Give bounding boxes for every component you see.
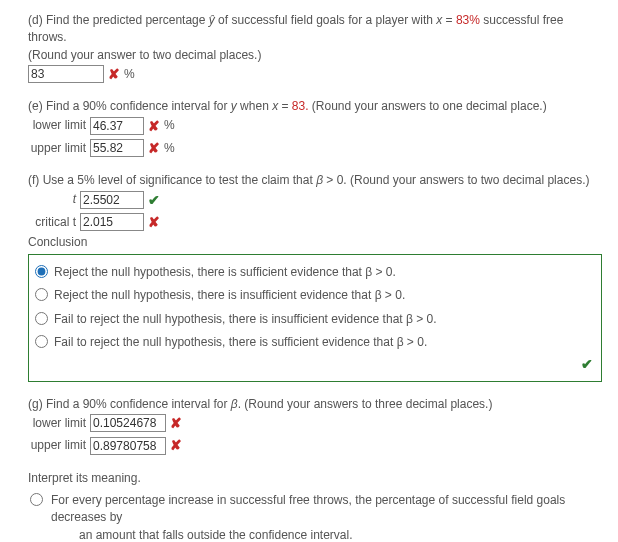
wrong-icon: ✘: [170, 413, 182, 433]
prompt-e: (e) Find a 90% confidence interval for y…: [28, 98, 602, 115]
conclusion-option-2[interactable]: Reject the null hypothesis, there is ins…: [33, 284, 597, 307]
beta: β: [316, 173, 323, 187]
upper-limit-label: upper limit: [28, 140, 90, 157]
interpret-option-1[interactable]: For every percentage increase in success…: [28, 487, 602, 542]
t-label: t: [28, 191, 80, 208]
conclusion-option-4[interactable]: Fail to reject the null hypothesis, ther…: [33, 331, 597, 354]
prompt-f: (f) Use a 5% level of significance to te…: [28, 172, 602, 189]
correct-icon: ✔: [581, 356, 593, 372]
question-f: (f) Use a 5% level of significance to te…: [28, 172, 602, 381]
text: an amount that falls outside the confide…: [51, 527, 602, 542]
question-e: (e) Find a 90% confidence interval for y…: [28, 98, 602, 158]
x-value: 83.: [292, 99, 309, 113]
radio-conclusion-2[interactable]: [35, 288, 48, 301]
interpret-section: Interpret its meaning. For every percent…: [28, 470, 602, 542]
percent-label: %: [164, 117, 175, 134]
option-text: Fail to reject the null hypothesis, ther…: [54, 334, 597, 351]
conclusion-label: Conclusion: [28, 234, 602, 251]
prompt-g: (g) Find a 90% confidence interval for β…: [28, 396, 602, 413]
wrong-icon: ✘: [108, 64, 120, 84]
option-text: Fail to reject the null hypothesis, ther…: [54, 311, 597, 328]
text: (d) Find the predicted percentage: [28, 13, 209, 27]
upper-limit-e-input[interactable]: [90, 139, 144, 157]
conclusion-option-3[interactable]: Fail to reject the null hypothesis, ther…: [33, 308, 597, 331]
radio-conclusion-1[interactable]: [35, 265, 48, 278]
t-input[interactable]: [80, 191, 144, 209]
round-hint-d: (Round your answer to two decimal places…: [28, 47, 602, 64]
beta: β: [231, 397, 238, 411]
radio-conclusion-3[interactable]: [35, 312, 48, 325]
lower-limit-label: lower limit: [28, 415, 90, 432]
text: . (Round your answers to three decimal p…: [238, 397, 493, 411]
radio-interpret-1[interactable]: [30, 493, 43, 506]
correct-icon: ✔: [148, 190, 160, 210]
upper-limit-g-input[interactable]: [90, 437, 166, 455]
wrong-icon: ✘: [170, 435, 182, 455]
lower-limit-label: lower limit: [28, 117, 90, 134]
x-value: 83%: [456, 13, 480, 27]
wrong-icon: ✘: [148, 116, 160, 136]
question-g: (g) Find a 90% confidence interval for β…: [28, 396, 602, 456]
text: For every percentage increase in success…: [51, 493, 565, 524]
text: (Round your answers to one decimal place…: [309, 99, 547, 113]
wrong-icon: ✘: [148, 212, 160, 232]
conclusion-option-1[interactable]: Reject the null hypothesis, there is suf…: [33, 261, 597, 284]
text: (f) Use a 5% level of significance to te…: [28, 173, 316, 187]
answer-d-input[interactable]: [28, 65, 104, 83]
critical-t-input[interactable]: [80, 213, 144, 231]
lower-limit-g-input[interactable]: [90, 414, 166, 432]
text: > 0. (Round your answers to two decimal …: [323, 173, 589, 187]
text: (g) Find a 90% confidence interval for: [28, 397, 231, 411]
upper-limit-label: upper limit: [28, 437, 90, 454]
wrong-icon: ✘: [148, 138, 160, 158]
critical-t-label: critical t: [28, 214, 80, 231]
percent-label: %: [164, 140, 175, 157]
option-text: Reject the null hypothesis, there is suf…: [54, 264, 597, 281]
option-text: Reject the null hypothesis, there is ins…: [54, 287, 597, 304]
conclusion-box: Reject the null hypothesis, there is suf…: [28, 254, 602, 382]
percent-label: %: [124, 66, 135, 83]
text: =: [442, 13, 456, 27]
interpret-heading: Interpret its meaning.: [28, 470, 602, 487]
prompt-d: (d) Find the predicted percentage ŷ of s…: [28, 12, 602, 47]
question-d: (d) Find the predicted percentage ŷ of s…: [28, 12, 602, 84]
radio-conclusion-4[interactable]: [35, 335, 48, 348]
text: =: [278, 99, 292, 113]
lower-limit-e-input[interactable]: [90, 117, 144, 135]
option-text: For every percentage increase in success…: [49, 492, 602, 542]
text: (e) Find a 90% confidence interval for: [28, 99, 231, 113]
text: when: [237, 99, 272, 113]
text: of successful field goals for a player w…: [215, 13, 436, 27]
